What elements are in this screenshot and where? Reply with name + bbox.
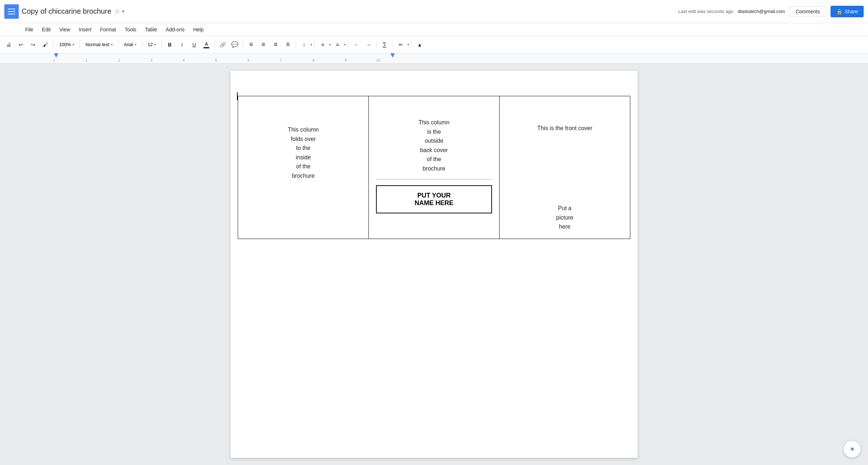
style-select[interactable]: Normal text ▾ — [82, 39, 116, 50]
toolbar-divider-9 — [314, 40, 315, 49]
ruler-inner: | 1 2 3 4 5 6 7 8 9 10 — [22, 53, 846, 63]
font-value: Arial — [124, 42, 133, 47]
underline-button[interactable]: U — [188, 39, 200, 50]
zoom-value: 100% — [59, 42, 71, 47]
user-email[interactable]: dlastutech@gmail.com — [738, 9, 785, 14]
col2-top-text: This columnis theoutsideback coverof the… — [376, 118, 492, 173]
italic-button[interactable]: I — [176, 39, 188, 50]
align-justify-button[interactable]: ≡ — [282, 39, 294, 50]
line-spacing-button[interactable]: ↕ — [298, 39, 310, 50]
toolbar-divider-6 — [214, 40, 215, 49]
brochure-table: This columnfolds overto theinsideof theb… — [238, 96, 630, 239]
toolbar-divider-3 — [118, 40, 118, 49]
share-button[interactable]: 🔒 Share — [831, 6, 864, 17]
zoom-select[interactable]: 100% ▾ — [56, 39, 77, 50]
print-button[interactable]: 🖨 — [3, 39, 14, 50]
toolbar-divider-1 — [53, 40, 54, 49]
doc-title-area: Copy of chiccarine brochure ☆ ▪ — [22, 7, 678, 15]
lock-icon: 🔒 — [836, 9, 842, 14]
toolbar-divider-4 — [142, 40, 142, 49]
doc-title[interactable]: Copy of chiccarine brochure — [22, 7, 111, 15]
brochure-col1[interactable]: This columnfolds overto theinsideof theb… — [238, 96, 369, 239]
bullet-list-button[interactable]: ≡ — [332, 39, 343, 50]
ruler-mark-3: 3 — [150, 58, 152, 62]
pen-arrow: ▾ — [407, 43, 409, 46]
col1-text: This columnfolds overto theinsideof theb… — [245, 125, 361, 181]
brochure-row: This columnfolds overto theinsideof theb… — [238, 96, 630, 239]
ruler-mark-6: 6 — [247, 58, 250, 62]
ruler-mark-4: 4 — [183, 58, 185, 62]
list-arrow-2: ▾ — [344, 43, 346, 46]
content-area[interactable]: This columnfolds overto theinsideof theb… — [0, 63, 868, 465]
font-arrow: ▾ — [135, 43, 137, 46]
toolbar-divider-13 — [411, 40, 412, 49]
col2-name-text: PUT YOURNAME HERE — [415, 192, 453, 207]
ruler-mark-10: 10 — [376, 58, 380, 62]
numbered-list-button[interactable]: ≡ — [317, 39, 328, 50]
comments-button[interactable]: Comments — [789, 6, 826, 17]
font-size-value: 12 — [148, 42, 153, 47]
toolbar: 🖨 ↩ ↪ 🖌 100% ▾ Normal text ▾ Arial ▾ 12 … — [0, 36, 868, 53]
zoom-arrow: ▾ — [72, 43, 74, 46]
align-center-button[interactable]: ≡ — [258, 39, 269, 50]
menu-bar: File Edit View Insert Format Tools Table… — [0, 23, 868, 36]
pen-button[interactable]: ✏ — [395, 39, 407, 50]
link-button[interactable]: 🔗 — [217, 39, 228, 50]
menu-table[interactable]: Table — [142, 25, 161, 34]
menu-view[interactable]: View — [56, 25, 74, 34]
col2-divider — [376, 179, 492, 180]
list-arrow-1: ▾ — [329, 43, 331, 46]
toolbar-divider-11 — [376, 40, 377, 49]
folder-icon[interactable]: ▪ — [122, 8, 124, 15]
align-left-button[interactable]: ≡ — [245, 39, 257, 50]
menu-edit[interactable]: Edit — [39, 25, 54, 34]
ruler-mark-2: 2 — [118, 58, 120, 62]
font-select[interactable]: Arial ▾ — [121, 39, 140, 50]
share-label: Share — [845, 9, 858, 14]
ruler-left-marker[interactable] — [54, 53, 58, 58]
menu-help[interactable]: Help — [189, 25, 207, 34]
redo-button[interactable]: ↪ — [27, 39, 39, 50]
ruler-mark-7: 7 — [280, 58, 282, 62]
star-icon[interactable]: ☆ — [114, 8, 120, 15]
ruler: | 1 2 3 4 5 6 7 8 9 10 — [0, 53, 868, 63]
col3-front-cover-text: This is the front cover — [507, 125, 623, 132]
align-right-button[interactable]: ≡ — [270, 39, 281, 50]
ruler-mark-8: 8 — [312, 58, 314, 62]
col2-name-box[interactable]: PUT YOURNAME HERE — [376, 185, 492, 213]
ruler-mark-1: 1 — [85, 58, 88, 62]
line-spacing-arrow: ▾ — [310, 43, 312, 46]
toolbar-divider-10 — [348, 40, 348, 49]
collapse-toolbar-button[interactable]: ▲ — [414, 39, 425, 50]
document-page: This columnfolds overto theinsideof theb… — [231, 71, 637, 458]
formula-button[interactable]: ∑ — [379, 39, 390, 50]
top-bar: Copy of chiccarine brochure ☆ ▪ Last edi… — [0, 0, 868, 23]
menu-insert[interactable]: Insert — [75, 25, 95, 34]
font-color-button[interactable]: A — [201, 39, 212, 50]
ruler-mark-5: 5 — [215, 58, 217, 62]
font-color-label: A — [205, 41, 208, 47]
ruler-mark-0: | — [54, 58, 55, 62]
comment-button[interactable]: 💬 — [229, 39, 241, 50]
undo-button[interactable]: ↩ — [15, 39, 27, 50]
menu-tools[interactable]: Tools — [121, 25, 140, 34]
indent-more-button[interactable]: → — [363, 39, 374, 50]
ruler-right-marker[interactable] — [390, 53, 395, 58]
style-value: Normal text — [85, 42, 109, 47]
text-cursor — [237, 92, 238, 100]
menu-addons[interactable]: Add-ons — [162, 25, 188, 34]
bold-button[interactable]: B — [164, 39, 175, 50]
font-color-bar — [203, 47, 209, 48]
app-menu-button[interactable] — [4, 4, 19, 19]
indent-less-button[interactable]: ← — [350, 39, 362, 50]
toolbar-divider-2 — [80, 40, 80, 49]
paint-format-button[interactable]: 🖌 — [40, 39, 51, 50]
menu-format[interactable]: Format — [97, 25, 120, 34]
ai-button[interactable]: ✦ — [844, 440, 861, 458]
toolbar-divider-8 — [296, 40, 296, 49]
brochure-col3[interactable]: This is the front cover Put apicturehere — [500, 96, 630, 239]
brochure-col2[interactable]: This columnis theoutsideback coverof the… — [369, 96, 500, 239]
font-size-select[interactable]: 12 ▾ — [144, 39, 159, 50]
toolbar-divider-7 — [243, 40, 243, 49]
menu-file[interactable]: File — [22, 25, 37, 34]
